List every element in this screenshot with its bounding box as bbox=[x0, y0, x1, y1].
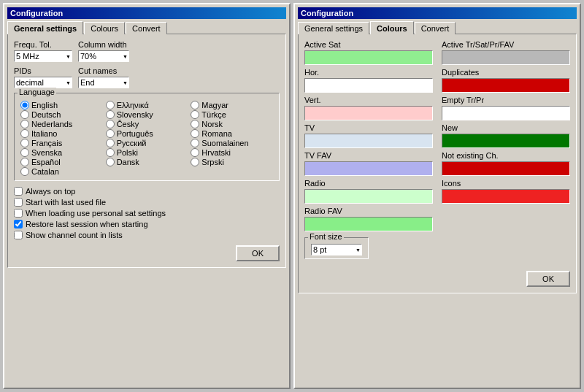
lang-slovensky-radio[interactable] bbox=[106, 110, 115, 119]
lang-english[interactable]: English bbox=[20, 101, 103, 109]
lang-magyar[interactable]: Magyar bbox=[191, 101, 273, 109]
lang-norsk[interactable]: Norsk bbox=[191, 120, 273, 128]
lang-catalan[interactable]: Catalan bbox=[20, 167, 103, 176]
color-duplicates: Duplicates bbox=[442, 68, 570, 93]
lang-hrvatski-label: Hrvatski bbox=[201, 148, 231, 157]
tab-colours-right[interactable]: Colours bbox=[370, 21, 414, 34]
color-icons-swatch[interactable] bbox=[442, 189, 570, 204]
lang-hrvatski-radio[interactable] bbox=[191, 148, 199, 157]
lang-suomalainen-radio[interactable] bbox=[191, 139, 199, 147]
color-hor-label: Hor. bbox=[304, 68, 433, 77]
lang-portugues-label: Português bbox=[117, 129, 153, 138]
color-active-tr: Active Tr/Sat/Pr/FAV bbox=[442, 40, 570, 65]
color-radio-swatch[interactable] bbox=[304, 189, 433, 204]
lang-norsk-label: Norsk bbox=[201, 120, 223, 128]
lang-italiano[interactable]: Italiano bbox=[20, 129, 103, 138]
lang-srpski[interactable]: Srpski bbox=[191, 158, 273, 166]
lang-norsk-radio[interactable] bbox=[191, 120, 199, 128]
right-dialog-title: Configuration bbox=[298, 7, 577, 19]
checkbox-restore-session[interactable]: Restore last session when starting bbox=[14, 220, 280, 228]
lang-portugues-radio[interactable] bbox=[106, 129, 115, 138]
lang-magyar-radio[interactable] bbox=[191, 101, 199, 109]
lang-slovensky[interactable]: Slovensky bbox=[106, 110, 188, 119]
right-ok-button[interactable]: OK bbox=[526, 271, 570, 287]
checkbox-start-last-file-input[interactable] bbox=[14, 198, 23, 207]
color-tv-fav-swatch[interactable] bbox=[304, 161, 433, 176]
cut-names-label: Cut names bbox=[78, 66, 129, 75]
lang-cesky-radio[interactable] bbox=[106, 120, 115, 128]
tab-general-settings-right[interactable]: General settings bbox=[298, 22, 369, 34]
checkbox-channel-count[interactable]: Show channel count in lists bbox=[14, 231, 280, 239]
column-width-select-wrap: 70% 60% 80% bbox=[78, 50, 129, 62]
lang-svenska-radio[interactable] bbox=[20, 148, 29, 157]
lang-dansk-radio[interactable] bbox=[106, 158, 115, 166]
cut-names-select[interactable]: End Start None bbox=[78, 77, 129, 88]
lang-cesky[interactable]: Česky bbox=[106, 120, 188, 128]
lang-portugues[interactable]: Português bbox=[106, 129, 188, 138]
lang-russian-radio[interactable] bbox=[106, 139, 115, 147]
lang-deutsch-radio[interactable] bbox=[20, 110, 29, 119]
lang-francais[interactable]: Français bbox=[20, 139, 103, 147]
tab-colours-left[interactable]: Colours bbox=[84, 22, 125, 34]
color-active-sat-swatch[interactable] bbox=[304, 50, 433, 65]
lang-nederlands[interactable]: Nederlands bbox=[20, 120, 103, 128]
lang-english-radio[interactable] bbox=[20, 101, 29, 109]
checkbox-always-on-top-input[interactable] bbox=[14, 187, 23, 196]
color-not-existing-swatch[interactable] bbox=[442, 161, 570, 176]
color-icons: Icons bbox=[442, 179, 570, 204]
lang-nederlands-radio[interactable] bbox=[20, 120, 29, 128]
lang-francais-radio[interactable] bbox=[20, 139, 29, 147]
color-active-tr-swatch[interactable] bbox=[442, 50, 570, 65]
pids-select[interactable]: decimal hex bbox=[14, 77, 72, 88]
lang-turkce-radio[interactable] bbox=[191, 110, 199, 119]
lang-magyar-label: Magyar bbox=[201, 101, 228, 109]
checkbox-restore-session-input[interactable] bbox=[14, 220, 23, 228]
lang-deutsch[interactable]: Deutsch bbox=[20, 110, 103, 119]
lang-romana[interactable]: Romana bbox=[191, 129, 273, 138]
lang-catalan-radio[interactable] bbox=[20, 167, 29, 176]
lang-srpski-radio[interactable] bbox=[191, 158, 199, 166]
left-bottom-bar: OK bbox=[14, 245, 280, 261]
color-hor-swatch[interactable] bbox=[304, 78, 433, 93]
lang-espanol-radio[interactable] bbox=[20, 158, 29, 166]
color-radio-fav-label: Radio FAV bbox=[304, 207, 433, 215]
lang-slovensky-label: Slovensky bbox=[117, 110, 153, 119]
lang-polski-radio[interactable] bbox=[106, 148, 115, 157]
checkbox-always-on-top[interactable]: Always on top bbox=[14, 187, 280, 196]
tab-general-settings-left[interactable]: General settings bbox=[7, 21, 83, 34]
lang-russian[interactable]: Русский bbox=[106, 139, 188, 147]
freq-tol-select[interactable]: 5 MHz 10 MHz 20 MHz bbox=[14, 50, 72, 62]
lang-espanol[interactable]: Español bbox=[20, 158, 103, 166]
left-ok-button[interactable]: OK bbox=[236, 245, 280, 261]
lang-romana-radio[interactable] bbox=[191, 129, 199, 138]
lang-polski[interactable]: Polski bbox=[106, 148, 188, 157]
checkbox-start-last-file[interactable]: Start with last used file bbox=[14, 198, 280, 207]
lang-suomalainen[interactable]: Suomalainen bbox=[191, 139, 273, 147]
color-empty-tr-swatch[interactable] bbox=[442, 106, 570, 120]
checkbox-personal-sat-input[interactable] bbox=[14, 209, 23, 218]
checkbox-channel-count-input[interactable] bbox=[14, 231, 23, 239]
freq-tol-select-wrap: 5 MHz 10 MHz 20 MHz bbox=[14, 50, 72, 62]
color-duplicates-swatch[interactable] bbox=[442, 78, 570, 93]
lang-hrvatski[interactable]: Hrvatski bbox=[191, 148, 273, 157]
color-tv-fav: TV FAV bbox=[304, 151, 433, 176]
font-size-group: Font size 8 pt 9 pt 10 pt 12 pt bbox=[304, 237, 369, 259]
color-new-swatch[interactable] bbox=[442, 134, 570, 148]
tab-convert-left[interactable]: Convert bbox=[126, 22, 167, 34]
color-vert-swatch[interactable] bbox=[304, 106, 433, 120]
lang-greek[interactable]: Ελληνικά bbox=[106, 101, 188, 109]
checkbox-personal-sat[interactable]: When loading use personal sat settings bbox=[14, 209, 280, 218]
lang-greek-radio[interactable] bbox=[106, 101, 115, 109]
color-tv-swatch[interactable] bbox=[304, 134, 433, 148]
lang-svenska[interactable]: Svenska bbox=[20, 148, 103, 157]
top-fields: Frequ. Tol. 5 MHz 10 MHz 20 MHz Column w… bbox=[14, 40, 280, 62]
tab-convert-right[interactable]: Convert bbox=[415, 22, 456, 34]
lang-dansk[interactable]: Dansk bbox=[106, 158, 188, 166]
font-size-select[interactable]: 8 pt 9 pt 10 pt 12 pt bbox=[311, 244, 362, 255]
color-radio-fav-swatch[interactable] bbox=[304, 217, 433, 231]
lang-turkce[interactable]: Türkçe bbox=[191, 110, 273, 119]
freq-tol-group: Frequ. Tol. 5 MHz 10 MHz 20 MHz bbox=[14, 40, 72, 62]
column-width-select[interactable]: 70% 60% 80% bbox=[78, 50, 129, 62]
lang-italiano-radio[interactable] bbox=[20, 129, 29, 138]
column-width-group: Column width 70% 60% 80% bbox=[78, 40, 129, 62]
